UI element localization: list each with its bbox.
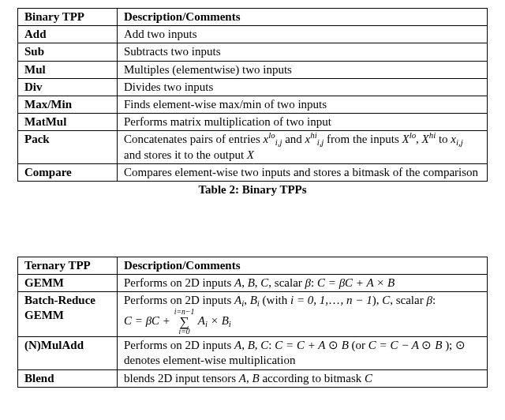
eq: B: [432, 339, 445, 351]
row-desc: blends 2D input tensors A, B according t…: [118, 369, 488, 387]
row-name: Mul: [18, 61, 118, 78]
sup: lo: [410, 130, 416, 140]
sym: B: [250, 294, 257, 306]
row-name: Blend: [18, 369, 118, 387]
page: Binary TPP Description/Comments Add Add …: [0, 0, 505, 396]
text: scalar: [396, 294, 427, 306]
row-name: GEMM: [18, 275, 118, 292]
sub: i,j: [456, 137, 463, 147]
text: denotes element-wise multiplication: [124, 354, 295, 366]
row-name: (N)MulAdd: [18, 337, 118, 369]
sym: A: [234, 294, 241, 306]
row-name: Div: [18, 78, 118, 96]
text: ,: [244, 294, 250, 306]
sub: i: [229, 319, 231, 328]
row-name: Compare: [18, 163, 118, 181]
text: (with: [260, 294, 290, 306]
table-row: Pack Concatenates pairs of entries xloi,…: [18, 131, 488, 163]
sym: x: [451, 133, 456, 145]
sum-bot: i=0: [174, 328, 195, 336]
text: ,: [390, 294, 396, 306]
table-row: MatMul Performs matrix multiplication of…: [18, 114, 488, 131]
range: i = 0, 1,: [290, 294, 328, 306]
table-row: (N)MulAdd Performs on 2D inputs A, B, C:…: [18, 337, 488, 369]
row-desc: Finds element-wise max/min of two inputs: [118, 96, 488, 113]
col-header-ternary-tpp: Ternary TPP: [18, 257, 118, 274]
sym: β: [305, 276, 311, 289]
text: (or: [349, 339, 368, 351]
eq: C = C + A: [275, 339, 328, 351]
text: and stores it to the output: [124, 148, 247, 161]
odot-icon: ⊙: [328, 339, 339, 351]
sup: lo: [268, 130, 275, 140]
sym: B: [248, 339, 255, 351]
table-row: Add Add two inputs: [18, 26, 488, 43]
row-name: Add: [18, 26, 118, 43]
col-header-description: Description/Comments: [118, 9, 488, 26]
binary-tpp-table: Binary TPP Description/Comments Add Add …: [17, 8, 488, 182]
text: );: [445, 339, 455, 351]
table-row: Div Divides two inputs: [18, 78, 488, 96]
row-desc: Divides two inputs: [118, 78, 488, 96]
spacer: [17, 197, 488, 257]
text: to: [436, 133, 451, 145]
sup: hi: [310, 130, 316, 140]
text: ,: [241, 339, 248, 351]
eq: C = C − A: [368, 339, 422, 351]
sym: X: [422, 133, 429, 145]
table-row: Batch-Reduce GEMM Performs on 2D inputs …: [18, 292, 488, 337]
col-header-description: Description/Comments: [118, 257, 488, 274]
ellipsis: …: [328, 294, 341, 306]
row-name: Sub: [18, 43, 118, 61]
odot-icon: ⊙: [421, 339, 432, 351]
odot-icon: ⊙: [455, 339, 466, 351]
table-row: Sub Subtracts two inputs: [18, 43, 488, 61]
row-desc: Multiples (elementwise) two inputs: [118, 61, 488, 78]
text: according to bitmask: [260, 372, 365, 384]
sym: B: [252, 372, 260, 384]
row-name: Batch-Reduce GEMM: [18, 292, 118, 337]
table-header-row: Ternary TPP Description/Comments: [18, 257, 488, 274]
sym: A: [195, 314, 205, 327]
sum-icon: i=n−1∑i=0: [174, 308, 195, 336]
col-header-binary-tpp: Binary TPP: [18, 9, 118, 26]
sym: B: [248, 276, 255, 289]
row-desc: Performs matrix multiplication of two in…: [118, 114, 488, 131]
row-desc: Performs on 2D inputs A, B, C: C = C + A…: [118, 337, 488, 369]
row-desc: Compares element-wise two inputs and sto…: [118, 163, 488, 181]
text: ,: [416, 133, 422, 145]
row-desc: Performs on 2D inputs Ai, Bi (with i = 0…: [118, 292, 488, 337]
table-row: Compare Compares element-wise two inputs…: [18, 163, 488, 181]
text: Concatenates pairs of entries: [124, 133, 264, 145]
table-row: GEMM Performs on 2D inputs A, B, C, scal…: [18, 275, 488, 292]
table-row: Mul Multiples (elementwise) two inputs: [18, 61, 488, 78]
text: , scalar: [268, 276, 305, 289]
row-desc: Subtracts two inputs: [118, 43, 488, 61]
sym: A: [234, 339, 241, 351]
range2: , n − 1: [341, 294, 372, 306]
text: and: [282, 133, 305, 145]
row-name: Pack: [18, 131, 118, 163]
sym: A: [234, 276, 241, 289]
row-desc: Concatenates pairs of entries xloi,j and…: [118, 131, 488, 163]
row-name: MatMul: [18, 114, 118, 131]
table-row: Max/Min Finds element-wise max/min of tw…: [18, 96, 488, 113]
text: Performs on 2D inputs: [124, 294, 234, 306]
sym: × B: [208, 314, 229, 327]
text: Performs on 2D inputs: [124, 276, 234, 289]
sup: hi: [429, 130, 436, 140]
eq: C = βC + A × B: [317, 276, 395, 289]
text: ,: [246, 372, 252, 384]
row-name: Max/Min: [18, 96, 118, 113]
eq: B: [339, 339, 349, 351]
row-desc: Performs on 2D inputs A, B, C, scalar β:…: [118, 275, 488, 292]
text: Performs on 2D inputs: [124, 339, 234, 351]
sym: C: [365, 372, 372, 384]
lhs: C = βC +: [124, 314, 174, 327]
table-row: Blend blends 2D input tensors A, B accor…: [18, 369, 488, 387]
sym: A: [239, 372, 246, 384]
text: blends 2D input tensors: [124, 372, 239, 384]
text: ,: [241, 276, 248, 289]
sym: C: [260, 339, 268, 351]
sym: X: [247, 148, 254, 161]
